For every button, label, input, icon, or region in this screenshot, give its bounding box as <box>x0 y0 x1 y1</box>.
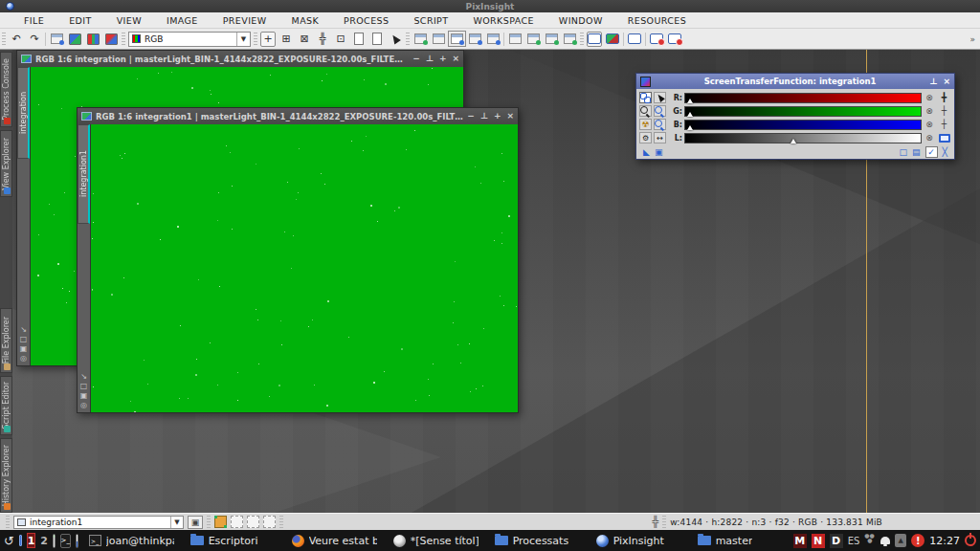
dock-tab-script-editor[interactable]: Script Editor <box>0 376 12 435</box>
indicator-m[interactable]: M <box>793 534 807 548</box>
notifications-bell-icon[interactable] <box>880 537 890 544</box>
edit-preview-button[interactable] <box>369 32 385 47</box>
undo-button[interactable]: ↶ <box>9 32 24 47</box>
strip-frame-icon[interactable]: □ <box>20 335 28 343</box>
view-list-button[interactable]: ▣ <box>188 516 203 529</box>
new-image-button[interactable] <box>67 32 82 47</box>
midtone-marker[interactable] <box>687 99 693 103</box>
strip-target-icon[interactable]: ◎ <box>20 354 27 363</box>
strip-target-icon[interactable]: ◎ <box>80 401 87 409</box>
view-action-button[interactable] <box>412 32 428 47</box>
link-rgb-button[interactable] <box>639 92 652 103</box>
view-action-button[interactable] <box>467 32 482 47</box>
battery-indicator-icon[interactable]: ▲ <box>895 534 906 547</box>
zoom-in-alt-button[interactable] <box>654 105 666 117</box>
shade-button[interactable]: ⊥ <box>929 77 937 86</box>
reset-red-button[interactable]: ⊗ <box>924 93 935 102</box>
reset-blue-button[interactable]: ⊗ <box>924 120 935 129</box>
close-button[interactable]: × <box>943 77 950 86</box>
task-terminal[interactable]: >_ joan@thinkpa... <box>83 532 180 549</box>
dock-tab-file-explorer[interactable]: File Explorer <box>0 308 12 373</box>
terminal-launcher-icon[interactable]: >_ <box>60 534 71 548</box>
stf-titlebar[interactable]: ScreenTransferFunction: integration1 ⊥ × <box>636 74 954 89</box>
menu-mask[interactable]: MASK <box>279 15 332 26</box>
task-processats[interactable]: Processats <box>489 532 586 549</box>
tray-app-icon[interactable] <box>864 536 876 545</box>
zoom-view-button[interactable] <box>449 32 464 47</box>
workspace-1-button[interactable]: 1 <box>27 533 36 548</box>
redo-button[interactable]: ↷ <box>27 32 42 47</box>
new-preview-button[interactable] <box>351 32 367 47</box>
strip-stack-icon[interactable]: ▣ <box>80 391 88 400</box>
zoom-one-one-button[interactable]: ⊡ <box>333 32 348 47</box>
menu-workspace[interactable]: WORKSPACE <box>460 15 546 26</box>
dock-tab-process-console[interactable]: Process Console <box>0 52 12 127</box>
reset-green-button[interactable]: ⊗ <box>924 106 935 116</box>
auto-stretch-button[interactable]: ☢ <box>639 119 652 130</box>
menu-process[interactable]: PROCESS <box>331 15 401 26</box>
view-selector-dropdown[interactable]: integration1 ▼ <box>13 516 184 529</box>
task-escriptori[interactable]: Escriptori <box>185 532 281 549</box>
menu-image[interactable]: IMAGE <box>154 15 211 26</box>
task-master[interactable]: master <box>692 532 789 549</box>
stf-enable-button[interactable] <box>587 32 602 47</box>
new-window-button[interactable] <box>49 32 64 47</box>
shade-button[interactable]: ⊥ <box>480 112 488 121</box>
stf-red-histogram-bar[interactable] <box>684 93 922 103</box>
stf-disable-button[interactable] <box>667 32 682 47</box>
zoom-out-fit-button[interactable]: ⊠ <box>297 32 312 47</box>
strip-frame-icon[interactable]: □ <box>80 382 88 390</box>
zoom-out-button[interactable] <box>654 119 666 130</box>
close-button[interactable]: × <box>452 55 459 63</box>
edit-mode-button[interactable] <box>654 92 666 103</box>
shade-button[interactable]: ⊥ <box>426 55 434 63</box>
stf-green-histogram-bar[interactable] <box>684 106 922 117</box>
statusbar-grip[interactable] <box>207 516 211 529</box>
stf-row-action[interactable] <box>937 134 951 143</box>
menu-resources[interactable]: RESOURCES <box>615 15 699 26</box>
view-tab-integration1[interactable]: integration1 <box>78 124 90 224</box>
image-canvas-integration1[interactable] <box>90 124 518 412</box>
menu-preview[interactable]: PREVIEW <box>211 15 279 26</box>
color-space-select[interactable]: RGB ▼ <box>128 32 251 47</box>
toolbar-grip[interactable] <box>580 33 584 46</box>
menu-script[interactable]: SCRIPT <box>401 15 460 26</box>
stf-dialog[interactable]: ScreenTransferFunction: integration1 ⊥ ×… <box>635 73 955 160</box>
apply-checkbox[interactable]: ✓ <box>925 146 938 158</box>
window-titlebar[interactable]: RGB 1:6 integration1 | masterLight_BIN-1… <box>78 108 518 124</box>
blink-button[interactable]: ▣ <box>655 146 663 158</box>
chevron-down-icon[interactable]: ▼ <box>170 517 183 528</box>
dock-tab-view-explorer[interactable]: View Explorer <box>0 130 12 197</box>
stf-auto-button[interactable] <box>627 32 642 47</box>
stf-edit-button[interactable] <box>605 32 620 47</box>
zoom-to-fit-button[interactable]: ⊞ <box>278 32 294 47</box>
keyboard-layout-indicator[interactable]: ES <box>848 536 860 546</box>
stf-row-action[interactable]: ┼ <box>937 106 951 116</box>
rgb-image-button[interactable] <box>85 32 100 47</box>
view-tab-integration[interactable]: integration <box>17 67 30 159</box>
toolbar-overflow-chevron[interactable]: » <box>969 34 978 44</box>
alert-icon[interactable]: ! <box>911 534 924 547</box>
menu-view[interactable]: VIEW <box>104 15 154 26</box>
strip-resize-icon[interactable]: ↘ <box>80 372 87 381</box>
task-pixinsight[interactable]: PixInsight <box>590 532 687 549</box>
reset-lum-button[interactable]: ⊗ <box>924 133 935 143</box>
select-mode-button[interactable] <box>388 32 403 47</box>
stf-row-action[interactable]: ┼ <box>937 120 951 129</box>
view-action-button[interactable] <box>431 32 446 47</box>
resize-dialog-button[interactable]: ↔ <box>654 132 666 143</box>
view-action-button[interactable] <box>562 32 577 47</box>
menu-window[interactable]: WINDOW <box>546 15 615 26</box>
thumbnail-slot-2[interactable] <box>231 516 243 528</box>
files-launcher-icon[interactable] <box>76 534 78 548</box>
iconize-button[interactable]: − <box>467 112 475 121</box>
task-firefox[interactable]: Veure estat b... <box>286 532 383 549</box>
menu-file[interactable]: FILE <box>11 15 56 26</box>
thumbnail-slot-3[interactable] <box>247 516 259 528</box>
settings-button[interactable]: ⚙ <box>639 132 652 143</box>
maximize-button[interactable]: + <box>439 55 447 63</box>
statusbar-grip[interactable] <box>279 516 283 529</box>
midtone-marker[interactable] <box>687 112 693 117</box>
window-titlebar[interactable]: RGB 1:6 integration | masterLight_BIN-1_… <box>17 51 463 67</box>
task-gimp[interactable]: *[Sense títol]-... <box>388 532 484 549</box>
